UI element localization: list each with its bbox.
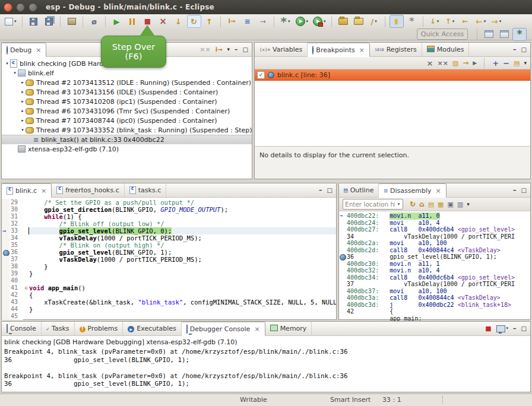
window-minimize-button[interactable] [16,3,25,12]
refresh-icon[interactable]: ↻ [410,201,416,208]
run-button[interactable]: ▾ [294,15,311,28]
tab-freertos-hooks-c[interactable]: cfreertos_hooks.c [52,183,125,197]
home-icon[interactable]: ⌂ [419,201,425,208]
annotation-ruler[interactable] [2,263,10,270]
tree-expander-icon[interactable]: ▸ [20,109,26,113]
instruction-stepping-icon[interactable]: i→ [216,47,223,53]
save-all-button[interactable] [42,15,56,28]
maximize-icon[interactable]: □ [521,47,527,53]
console-content[interactable]: blink checking [GDB Hardware Debugging] … [2,336,530,392]
tab-close-icon[interactable]: × [254,325,259,333]
open-new-view-icon[interactable]: ▣ [447,201,453,208]
disconnect-button[interactable]: × [156,15,170,28]
annotation-ruler[interactable] [2,199,10,206]
tab-executables[interactable]: ▶Executables [123,322,182,335]
cpp-perspective-button[interactable] [497,28,511,41]
code-text[interactable]: } [29,306,336,313]
code-text[interactable]: /* Blink off (output low) */ [29,220,336,227]
debug-button[interactable]: *▾ [278,15,293,28]
annotation-ruler[interactable] [2,270,10,277]
display-selected-console-icon[interactable]: ▾ [496,325,509,332]
code-text[interactable]: gpio_set_direction(BLINK_GPIO, GPIO_MODE… [29,206,336,213]
maximize-icon[interactable]: □ [521,188,527,194]
tree-expander-icon[interactable]: ▾ [4,61,10,66]
remove-breakpoint-icon[interactable]: × [427,59,433,67]
open-resource-button[interactable] [352,15,366,28]
tree-expander-icon[interactable]: ▸ [20,90,26,94]
quick-access-box[interactable]: Quick Access [417,28,468,40]
tree-expander-icon[interactable]: ▸ [20,80,26,85]
annotation-ruler[interactable] [2,277,10,284]
annotation-ruler[interactable] [2,299,10,306]
code-text[interactable]: } [29,263,336,270]
tab-close-icon[interactable]: × [41,187,46,195]
code-text[interactable]: } [29,270,336,277]
debug-perspective-button[interactable]: * [512,28,527,41]
remove-all-breakpoints-icon[interactable]: ×× [437,60,448,66]
forward-button[interactable]: →▾ [489,15,504,28]
code-text[interactable]: while(1) { [29,213,336,220]
tab-variables[interactable]: (x)=Variables [255,43,308,56]
show-breakpoints-supported-icon[interactable]: ▨ [452,60,458,66]
code-text[interactable]: vTaskDelay(1000 / portTICK_PERIOD_MS); [29,234,336,242]
window-maximize-button[interactable] [28,3,37,12]
open-perspective-button[interactable] [482,28,496,41]
tree-expander-icon[interactable]: ▸ [20,118,26,123]
skip-all-breakpoints-button[interactable]: ø [87,15,102,28]
suspend-button[interactable] [125,15,140,28]
breakpoint-row[interactable]: ✓blink.c [line: 36] [255,69,530,81]
tab-close-icon[interactable]: × [36,46,41,54]
group-by-icon[interactable]: ▤ [514,60,520,66]
last-edit-location-button[interactable]: ← [458,15,473,28]
annotation-ruler[interactable] [2,206,10,213]
code-text[interactable] [29,313,336,320]
mark-occurrences-toggle[interactable]: ▮ [390,15,404,28]
window-titlebar[interactable]: esp - Debug - blink/main/blink.c - Eclip… [0,0,532,14]
step-into-button[interactable]: ↓ [172,15,186,28]
annotation-ruler[interactable] [2,313,10,320]
resume-button[interactable]: ▶ [110,15,124,28]
annotation-ruler[interactable] [2,242,10,249]
annotation-ruler[interactable] [2,249,10,256]
view-menu-icon[interactable]: ▾ [227,47,230,52]
code-text[interactable] [29,277,336,284]
tab-memory[interactable]: Memory [265,322,312,335]
location-input[interactable]: Enter location here ▾ [343,199,403,210]
instruction-stepping-toggle[interactable]: i→ [225,15,239,28]
view-menu-icon[interactable]: ▾ [467,202,470,207]
code-text[interactable]: void app_main() [29,284,336,291]
debug-tree-item[interactable]: xtensa-esp32-elf-gdb (7.10) [2,144,252,154]
tree-expander-icon[interactable]: ▾ [20,128,26,132]
next-annotation-button[interactable]: ↓▾ [428,15,442,28]
code-text[interactable]: gpio_set_level(BLINK_GPIO, 0); [29,227,336,234]
terminate-console-icon[interactable]: ■ [485,325,491,332]
annotation-ruler[interactable] [2,220,10,227]
annotation-ruler[interactable] [2,213,10,220]
maximize-icon[interactable]: □ [243,47,248,53]
tab-breakpoints[interactable]: Breakpoints× [308,43,370,57]
debug-tree-item[interactable]: ▸Thread #5 1073410208 (ipc1) (Suspended … [2,97,252,106]
collapse-all-icon[interactable]: − [503,59,509,67]
debug-context-button[interactable]: → [256,15,270,28]
step-over-button[interactable]: ↻ [187,15,201,28]
annotation-ruler[interactable] [2,284,10,291]
code-text[interactable]: vTaskDelay(1000 / portTICK_PERIOD_MS); [29,256,336,263]
window-close-button[interactable] [4,3,12,12]
save-button[interactable] [27,15,41,28]
show-source-toggle[interactable]: ▤ [428,201,434,208]
open-c-element-button[interactable] [336,15,350,28]
debug-tree-item[interactable]: ▸Thread #3 1073413156 (IDLE) (Suspended … [2,87,252,97]
tab-debug[interactable]: Debug× [2,43,46,57]
minimize-icon[interactable]: – [319,187,322,194]
combo-dropdown-icon[interactable]: ▾ [394,202,403,207]
tab-tasks[interactable]: ✓Tasks [42,322,75,335]
tab-outline[interactable]: ▤Outline [339,183,379,197]
tab-problems[interactable]: !Problems [75,322,124,335]
use-step-filters-toggle[interactable]: ≡ [240,15,255,28]
remove-all-terminated-icon[interactable]: ×× [200,46,210,53]
annotation-ruler[interactable] [2,306,10,313]
debug-tree-item[interactable]: ▸Thread #2 1073413512 (IDLE : Running) (… [2,78,252,87]
debug-tree-item[interactable]: ≡blink_task() at blink.c:33 0x400dbc22 [2,135,252,144]
breakpoint-checkbox[interactable]: ✓ [257,71,265,79]
tab-blink-c[interactable]: cblink.c× [2,183,52,198]
